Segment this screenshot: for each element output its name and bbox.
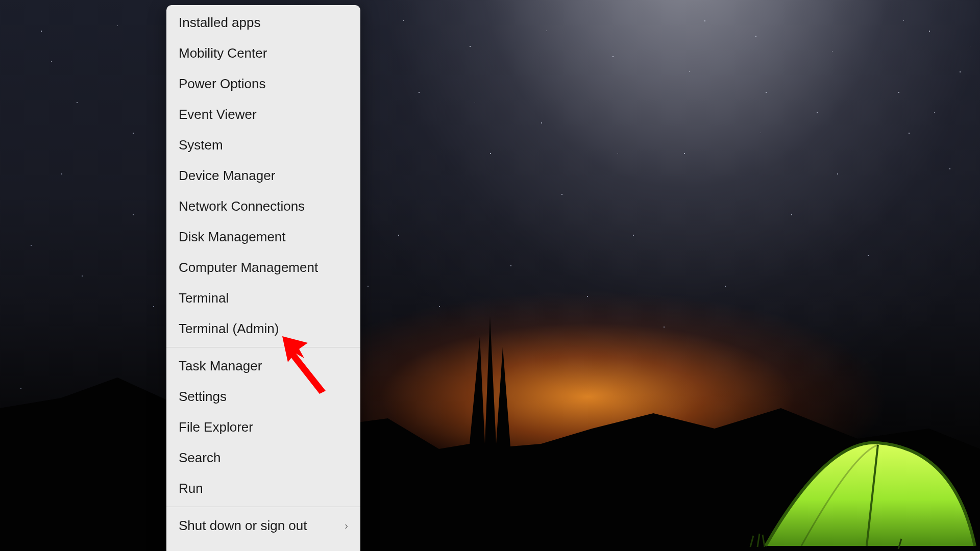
menu-separator: [166, 347, 360, 347]
menu-item-label: Search: [179, 451, 220, 464]
menu-item-system[interactable]: System: [166, 130, 360, 160]
menu-item-desktop[interactable]: Desktop: [166, 541, 360, 551]
menu-item-label: Disk Management: [179, 230, 286, 243]
menu-item-installed-apps[interactable]: Installed apps: [166, 7, 360, 38]
menu-item-file-explorer[interactable]: File Explorer: [166, 412, 360, 442]
menu-item-mobility-center[interactable]: Mobility Center: [166, 38, 360, 68]
menu-item-event-viewer[interactable]: Event Viewer: [166, 99, 360, 130]
chevron-right-icon: ›: [345, 520, 348, 531]
menu-item-terminal[interactable]: Terminal: [166, 283, 360, 313]
menu-item-device-manager[interactable]: Device Manager: [166, 160, 360, 191]
menu-item-label: Event Viewer: [179, 108, 257, 121]
menu-item-power-options[interactable]: Power Options: [166, 68, 360, 99]
menu-item-label: Network Connections: [179, 199, 305, 213]
menu-item-label: Terminal (Admin): [179, 322, 279, 335]
menu-item-run[interactable]: Run: [166, 473, 360, 504]
menu-item-search[interactable]: Search: [166, 442, 360, 473]
menu-item-label: System: [179, 138, 223, 152]
menu-item-label: File Explorer: [179, 420, 253, 434]
menu-item-computer-management[interactable]: Computer Management: [166, 252, 360, 283]
menu-separator: [166, 507, 360, 507]
desktop-wallpaper: [0, 0, 980, 551]
menu-section: Task ManagerSettingsFile ExplorerSearchR…: [166, 348, 360, 506]
menu-item-label: Run: [179, 482, 203, 495]
menu-item-network-connections[interactable]: Network Connections: [166, 191, 360, 221]
menu-item-shut-down-sign-out[interactable]: Shut down or sign out›: [166, 510, 360, 541]
menu-item-disk-management[interactable]: Disk Management: [166, 221, 360, 252]
menu-item-label: Settings: [179, 390, 227, 403]
menu-item-label: Mobility Center: [179, 46, 267, 60]
menu-item-label: Device Manager: [179, 169, 275, 182]
winx-context-menu[interactable]: Installed appsMobility CenterPower Optio…: [166, 5, 360, 551]
menu-item-terminal-admin[interactable]: Terminal (Admin): [166, 313, 360, 344]
menu-item-task-manager[interactable]: Task Manager: [166, 350, 360, 381]
menu-section: Shut down or sign out›Desktop: [166, 508, 360, 551]
menu-item-label: Power Options: [179, 77, 266, 90]
menu-item-label: Shut down or sign out: [179, 519, 307, 532]
menu-item-label: Installed apps: [179, 16, 260, 29]
menu-item-label: Computer Management: [179, 261, 318, 274]
menu-item-label: Task Manager: [179, 359, 262, 372]
menu-item-label: Terminal: [179, 291, 229, 305]
menu-section: Installed appsMobility CenterPower Optio…: [166, 5, 360, 346]
menu-item-settings[interactable]: Settings: [166, 381, 360, 412]
